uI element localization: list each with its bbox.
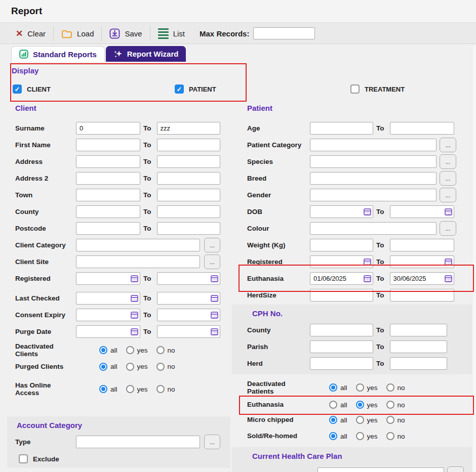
- radio-icon[interactable]: [156, 346, 165, 354]
- client-site-input[interactable]: [76, 255, 200, 268]
- radio-no[interactable]: no: [386, 432, 405, 440]
- cph-parish-to-input[interactable]: [390, 340, 447, 353]
- calendar-icon[interactable]: [445, 208, 452, 216]
- radio-icon[interactable]: [386, 432, 394, 440]
- load-button[interactable]: Load: [54, 23, 101, 44]
- account-type-lookup-button[interactable]: ...: [204, 435, 220, 449]
- age-to-input[interactable]: [390, 122, 454, 135]
- radio-yes[interactable]: yes: [126, 363, 148, 371]
- radio-icon[interactable]: [126, 363, 134, 371]
- calendar-icon[interactable]: [131, 312, 138, 319]
- address2-from-input[interactable]: [76, 172, 140, 185]
- radio-yes[interactable]: yes: [126, 385, 148, 393]
- account-type-input[interactable]: [76, 436, 200, 448]
- radio-all[interactable]: all: [329, 401, 347, 409]
- town-to-input[interactable]: [157, 189, 220, 201]
- radio-selected-icon[interactable]: [329, 416, 337, 424]
- radio-no[interactable]: no: [156, 385, 175, 393]
- age-from-input[interactable]: [310, 122, 373, 135]
- health-care-plan-input[interactable]: [318, 467, 444, 472]
- breed-input[interactable]: [310, 172, 437, 185]
- town-from-input[interactable]: [76, 189, 140, 201]
- species-lookup-button[interactable]: ...: [440, 154, 456, 169]
- radio-selected-icon[interactable]: [356, 401, 364, 409]
- calendar-icon[interactable]: [445, 275, 452, 282]
- colour-input[interactable]: [310, 222, 437, 235]
- radio-icon[interactable]: [386, 416, 394, 424]
- breed-lookup-button[interactable]: ...: [440, 171, 456, 186]
- address-to-input[interactable]: [157, 155, 220, 168]
- radio-no[interactable]: no: [156, 346, 175, 354]
- radio-icon[interactable]: [386, 401, 394, 409]
- radio-icon[interactable]: [356, 383, 364, 392]
- cph-county-from-input[interactable]: [310, 324, 373, 336]
- calendar-icon[interactable]: [211, 275, 218, 282]
- radio-selected-icon[interactable]: [329, 383, 337, 392]
- radio-all[interactable]: all: [99, 346, 117, 354]
- herdsize-from-input[interactable]: [310, 289, 373, 302]
- cph-herd-to-input[interactable]: [390, 357, 447, 370]
- cph-county-to-input[interactable]: [390, 324, 447, 336]
- postcode-to-input[interactable]: [157, 222, 220, 235]
- radio-icon[interactable]: [356, 432, 364, 440]
- clear-button[interactable]: ✕ Clear: [8, 23, 53, 44]
- client-category-lookup-button[interactable]: ...: [204, 238, 220, 252]
- radio-yes[interactable]: yes: [356, 432, 378, 440]
- client-category-input[interactable]: [76, 239, 200, 251]
- radio-icon[interactable]: [156, 385, 165, 393]
- radio-all[interactable]: all: [329, 383, 347, 392]
- radio-selected-icon[interactable]: [329, 432, 337, 440]
- health-care-plan-lookup-button[interactable]: ...: [447, 466, 464, 472]
- radio-no[interactable]: no: [386, 416, 405, 424]
- patient-checkbox-item[interactable]: PATIENT: [175, 84, 216, 94]
- county-to-input[interactable]: [157, 205, 220, 218]
- cph-herd-from-input[interactable]: [310, 357, 373, 370]
- radio-yes[interactable]: yes: [126, 346, 148, 354]
- radio-yes[interactable]: yes: [356, 416, 378, 424]
- radio-yes[interactable]: yes: [356, 401, 378, 409]
- gender-lookup-button[interactable]: ...: [440, 188, 456, 202]
- gender-input[interactable]: [310, 189, 437, 201]
- surname-to-input[interactable]: [157, 122, 220, 135]
- calendar-icon[interactable]: [364, 275, 371, 282]
- first-name-from-input[interactable]: [76, 139, 140, 151]
- colour-lookup-button[interactable]: ...: [440, 221, 456, 236]
- tab-report-wizard[interactable]: Report Wizard: [106, 46, 186, 62]
- herdsize-to-input[interactable]: [390, 289, 454, 302]
- radio-no[interactable]: no: [386, 401, 405, 409]
- radio-selected-icon[interactable]: [99, 363, 107, 371]
- radio-selected-icon[interactable]: [99, 385, 107, 393]
- first-name-to-input[interactable]: [157, 139, 220, 151]
- client-site-lookup-button[interactable]: ...: [204, 254, 220, 269]
- list-button[interactable]: List: [150, 23, 192, 44]
- radio-all[interactable]: all: [99, 385, 117, 393]
- calendar-icon[interactable]: [445, 259, 452, 266]
- calendar-icon[interactable]: [131, 275, 138, 282]
- radio-no[interactable]: no: [386, 383, 405, 392]
- calendar-icon[interactable]: [131, 328, 138, 335]
- radio-icon[interactable]: [156, 363, 165, 371]
- radio-yes[interactable]: yes: [356, 383, 378, 392]
- calendar-icon[interactable]: [211, 328, 218, 335]
- client-checkbox-item[interactable]: CLIENT: [13, 84, 51, 94]
- radio-all[interactable]: all: [329, 416, 347, 424]
- radio-icon[interactable]: [329, 401, 337, 409]
- surname-from-input[interactable]: [76, 122, 140, 135]
- cph-parish-from-input[interactable]: [310, 340, 373, 353]
- radio-icon[interactable]: [126, 346, 134, 354]
- radio-all[interactable]: all: [99, 363, 117, 371]
- county-from-input[interactable]: [76, 205, 140, 218]
- address-from-input[interactable]: [76, 155, 140, 168]
- treatment-checkbox-item[interactable]: TREATMENT: [350, 84, 405, 94]
- radio-all[interactable]: all: [329, 432, 347, 440]
- weight-to-input[interactable]: [390, 239, 454, 251]
- species-input[interactable]: [310, 155, 437, 168]
- patient-category-input[interactable]: [310, 139, 437, 151]
- exclude-checkbox-item[interactable]: Exclude: [19, 454, 230, 463]
- radio-icon[interactable]: [386, 383, 394, 392]
- patient-category-lookup-button[interactable]: ...: [440, 138, 456, 152]
- tab-standard-reports[interactable]: Standard Reports: [11, 46, 105, 62]
- radio-no[interactable]: no: [156, 363, 175, 371]
- max-records-input[interactable]: [253, 27, 315, 39]
- radio-icon[interactable]: [356, 416, 364, 424]
